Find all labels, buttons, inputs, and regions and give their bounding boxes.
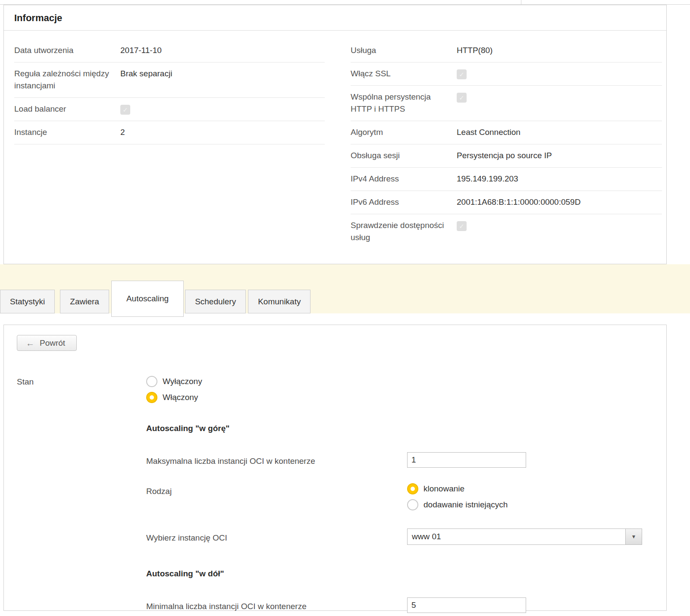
info-panel: Informacje Data utworzenia 2017-11-10 Re… — [3, 5, 667, 264]
ssl-checkbox[interactable]: ✓ — [457, 69, 467, 79]
max-instances-row: Maksymalna liczba instancji OCI w konten… — [17, 452, 666, 468]
field-label: IPv4 Address — [351, 173, 457, 185]
radio-unselected-icon — [407, 499, 418, 510]
tab-statystyki[interactable]: Statystyki — [0, 290, 55, 313]
tab-bar: Statystyki Zawiera Autoscaling Scheduler… — [0, 264, 690, 313]
field-value: ✓ — [120, 103, 130, 115]
rodzaj-option-dodawanie[interactable]: dodawanie istniejących — [407, 499, 508, 510]
persistence-checkbox[interactable]: ✓ — [457, 93, 467, 103]
stan-radio-group: Wyłączony Włączony — [146, 376, 202, 403]
field-value: Brak separacji — [120, 68, 172, 80]
field-value: 2001:1A68:B:1:1:0000:0000:059D — [457, 196, 580, 208]
stan-row: Stan Wyłączony Włączony — [17, 376, 666, 403]
max-instances-input[interactable] — [407, 452, 526, 468]
field-value: ✓ — [457, 91, 467, 103]
field-value: HTTP(80) — [457, 44, 492, 56]
info-row-sprawdzenie: Sprawdzenie dostępności usług ✓ — [351, 214, 662, 249]
info-panel-title: Informacje — [4, 5, 666, 31]
field-label: Wspólna persystencja HTTP i HTTPS — [351, 91, 457, 115]
autoscaling-form: Stan Wyłączony Włączony Autoscaling "w g… — [4, 376, 666, 613]
tab-zawiera[interactable]: Zawiera — [60, 290, 109, 313]
field-value: 2 — [120, 126, 125, 138]
field-value: ✓ — [457, 219, 467, 231]
check-icon: ✓ — [457, 69, 467, 79]
field-value: Persystencja po source IP — [457, 150, 552, 162]
info-row-algorytm: Algorytm Least Connection — [351, 121, 662, 144]
field-label: Algorytm — [351, 126, 457, 138]
instance-select[interactable]: www 01 ▼ — [407, 528, 642, 545]
info-row-wspolna-persystencja: Wspólna persystencja HTTP i HTTPS ✓ — [351, 86, 662, 121]
load-balancer-checkbox[interactable]: ✓ — [120, 105, 130, 115]
info-row-ipv4: IPv4 Address 195.149.199.203 — [351, 168, 662, 191]
instance-select-label: Wybierz instancję OCI — [146, 530, 407, 544]
field-value: 2017-11-10 — [120, 44, 162, 56]
radio-unselected-icon — [146, 376, 157, 387]
min-instances-label: Minimalna liczba instancji OCI w kontene… — [146, 598, 407, 613]
info-body: Data utworzenia 2017-11-10 Reguła zależn… — [4, 31, 666, 264]
back-button[interactable]: ← Powrót — [17, 335, 77, 351]
autoscaling-down-heading: Autoscaling "w dół" — [146, 569, 666, 578]
info-row-ipv6: IPv6 Address 2001:1A68:B:1:1:0000:0000:0… — [351, 191, 662, 214]
min-instances-row: Minimalna liczba instancji OCI w kontene… — [17, 597, 666, 613]
previous-panel-edge — [0, 0, 690, 5]
field-label: Instancje — [14, 126, 120, 138]
stan-label: Stan — [17, 376, 146, 388]
arrow-left-icon: ← — [26, 339, 34, 347]
rodzaj-row: Rodzaj klonowanie dodawanie istniejących — [17, 483, 666, 510]
info-row-data-utworzenia: Data utworzenia 2017-11-10 — [14, 39, 325, 63]
min-instances-input[interactable] — [407, 597, 526, 613]
tab-schedulery[interactable]: Schedulery — [185, 290, 246, 313]
chevron-down-icon[interactable]: ▼ — [625, 529, 642, 544]
info-column-left: Data utworzenia 2017-11-10 Reguła zależn… — [14, 39, 325, 249]
info-row-wlacz-ssl: Włącz SSL ✓ — [351, 63, 662, 86]
info-row-load-balancer: Load balancer ✓ — [14, 98, 325, 121]
info-row-obsluga-sesji: Obsługa sesji Persystencja po source IP — [351, 144, 662, 168]
info-column-right: Usługa HTTP(80) Włącz SSL ✓ Wspólna pers… — [351, 39, 662, 249]
autoscaling-up-heading: Autoscaling "w górę" — [146, 424, 666, 433]
instance-select-value: www 01 — [408, 532, 441, 541]
rodzaj-option-klonowanie[interactable]: klonowanie — [407, 483, 508, 494]
tab-autoscaling[interactable]: Autoscaling — [111, 281, 184, 317]
column-divider — [521, 0, 521, 5]
check-icon: ✓ — [457, 93, 467, 103]
info-row-instancje: Instancje 2 — [14, 121, 325, 144]
field-label: Sprawdzenie dostępności usług — [351, 219, 457, 244]
instance-select-row: Wybierz instancję OCI www 01 ▼ — [17, 528, 666, 545]
field-label: Włącz SSL — [351, 68, 457, 80]
check-icon: ✓ — [120, 105, 130, 115]
field-value: 195.149.199.203 — [457, 173, 518, 185]
field-label: Data utworzenia — [14, 44, 120, 56]
field-value: ✓ — [457, 68, 467, 80]
field-label: IPv6 Address — [351, 196, 457, 208]
field-value: Least Connection — [457, 126, 521, 138]
field-label: Obsługa sesji — [351, 150, 457, 162]
back-button-label: Powrót — [40, 338, 65, 348]
healthcheck-checkbox[interactable]: ✓ — [457, 221, 467, 231]
radio-selected-icon — [407, 483, 418, 494]
stan-option-wylaczony[interactable]: Wyłączony — [146, 376, 202, 387]
max-instances-label: Maksymalna liczba instancji OCI w konten… — [146, 453, 407, 467]
radio-selected-icon — [146, 392, 157, 403]
info-row-regula-zaleznosci: Reguła zależności między instancjami Bra… — [14, 63, 325, 98]
stan-option-wlaczony[interactable]: Włączony — [146, 392, 202, 403]
autoscaling-panel: ← Powrót Stan Wyłączony Włączony Autosca… — [3, 325, 667, 611]
check-icon: ✓ — [457, 221, 467, 231]
field-label: Reguła zależności między instancjami — [14, 68, 120, 92]
tab-komunikaty[interactable]: Komunikaty — [248, 290, 310, 313]
rodzaj-label: Rodzaj — [146, 483, 407, 497]
field-label: Usługa — [351, 44, 457, 56]
info-row-usluga: Usługa HTTP(80) — [351, 39, 662, 63]
field-label: Load balancer — [14, 103, 120, 115]
rodzaj-radio-group: klonowanie dodawanie istniejących — [407, 483, 508, 510]
